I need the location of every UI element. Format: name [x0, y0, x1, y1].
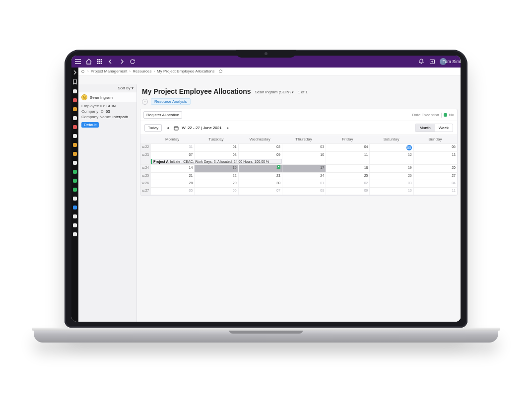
- svg-rect-2: [101, 59, 103, 61]
- rail-expand-icon[interactable]: [73, 70, 77, 74]
- rail-item[interactable]: [73, 179, 77, 183]
- rail-item[interactable]: [73, 152, 77, 156]
- calendar-cell[interactable]: 02: [238, 144, 282, 151]
- register-allocation-button[interactable]: Register Allocation: [143, 111, 182, 119]
- calendar-cell[interactable]: 28: [150, 180, 194, 187]
- calendar-cell[interactable]: 13: [413, 152, 457, 164]
- employee-name: Sean Ingram: [90, 95, 113, 100]
- resource-analysis-chip[interactable]: Resource Analysis: [151, 98, 191, 105]
- rail-item[interactable]: [73, 125, 77, 129]
- calendar-cell[interactable]: 04: [413, 180, 457, 187]
- date-range-label: W. 22 - 27 | June 2021: [182, 126, 221, 130]
- calendar-cell[interactable]: 21: [150, 173, 194, 180]
- legend-label: No: [449, 113, 454, 117]
- rail-item[interactable]: [73, 206, 77, 209]
- calendar-cell[interactable]: 18: [326, 165, 369, 172]
- calendar-cell[interactable]: 19: [369, 165, 413, 172]
- calendar-cell[interactable]: 05: [369, 144, 413, 151]
- rail-item[interactable]: [73, 134, 77, 138]
- calendar-cell[interactable]: 09: [326, 188, 369, 195]
- calendar-cell[interactable]: 11: [413, 188, 457, 195]
- collapse-icon[interactable]: «: [142, 99, 148, 105]
- calendar-cell[interactable]: 04: [326, 144, 369, 151]
- svg-rect-7: [99, 63, 101, 65]
- calendar-cell[interactable]: 08: [282, 188, 326, 195]
- rail-item[interactable]: [73, 143, 77, 147]
- allocation-bar[interactable]: Project AInitiate - CEAC; Work Days: 3; …: [150, 159, 282, 164]
- rail-item[interactable]: [73, 197, 77, 201]
- bell-icon[interactable]: [418, 58, 425, 65]
- rail-item[interactable]: [73, 188, 77, 192]
- rail-item[interactable]: [73, 116, 77, 120]
- date-picker-icon[interactable]: [174, 126, 179, 131]
- bookmark-icon[interactable]: [73, 79, 77, 84]
- view-month[interactable]: Month: [415, 124, 434, 132]
- calendar-cell[interactable]: 01: [194, 144, 238, 151]
- calendar-cell[interactable]: 06: [194, 188, 238, 195]
- calendar-cell[interactable]: 24: [282, 173, 326, 180]
- rail-item[interactable]: [73, 98, 77, 102]
- rail-item[interactable]: [73, 161, 77, 165]
- rail-item[interactable]: [73, 89, 77, 93]
- calendar-cell[interactable]: 05: [150, 188, 194, 195]
- today-button[interactable]: Today: [144, 124, 162, 132]
- record-list-item[interactable]: M Sean Ingram: [78, 92, 136, 102]
- calendar-cell[interactable]: 03: [369, 180, 413, 187]
- calendar-cell[interactable]: 27: [413, 173, 457, 180]
- breadcrumb-item[interactable]: My Project Employee Allocations: [157, 69, 214, 73]
- calendar-cell[interactable]: 11: [326, 152, 369, 164]
- record-selector-icon[interactable]: [81, 70, 84, 73]
- nav-forward-icon[interactable]: [118, 58, 125, 65]
- calendar-cell[interactable]: 07: [238, 188, 282, 195]
- apps-icon[interactable]: [96, 58, 103, 65]
- svg-rect-4: [99, 61, 101, 63]
- calendar-cell[interactable]: 17: [282, 165, 326, 172]
- menu-icon[interactable]: [74, 58, 81, 65]
- calendar-grid: MondayTuesdayWednesdayThursdayFridaySatu…: [140, 135, 457, 195]
- svg-rect-6: [97, 63, 99, 65]
- calendar-cell[interactable]: 03: [282, 144, 326, 151]
- view-week[interactable]: Week: [435, 124, 453, 132]
- sort-by-dropdown[interactable]: Sort by ▾: [118, 86, 133, 90]
- rail-item[interactable]: [73, 214, 77, 218]
- next-range-icon[interactable]: ▸: [225, 126, 231, 130]
- user-name[interactable]: Tom Simkin: [451, 58, 458, 65]
- refresh-icon[interactable]: [129, 58, 136, 65]
- day-header: Saturday: [369, 135, 413, 143]
- calendar-cell[interactable]: 16: [238, 165, 282, 172]
- breadcrumb-item[interactable]: Project Management: [91, 69, 128, 73]
- day-header: Thursday: [282, 135, 326, 143]
- calendar-cell[interactable]: 23: [238, 173, 282, 180]
- calendar-cell[interactable]: 02: [326, 180, 369, 187]
- home-icon[interactable]: [85, 58, 92, 65]
- calendar-cell[interactable]: 10: [282, 152, 326, 164]
- calendar-cell[interactable]: 01: [282, 180, 326, 187]
- rail-item[interactable]: [73, 223, 77, 227]
- breadcrumb-item[interactable]: Resources: [133, 69, 151, 73]
- calendar-cell[interactable]: 31: [150, 144, 194, 151]
- calendar-cell[interactable]: 29: [194, 180, 238, 187]
- breadcrumb-refresh-icon[interactable]: [218, 69, 223, 73]
- calendar-cell[interactable]: 12: [369, 152, 413, 164]
- calendar-cell[interactable]: 30: [238, 180, 282, 187]
- calendar-cell[interactable]: 06: [413, 144, 457, 151]
- nav-back-icon[interactable]: [107, 58, 114, 65]
- laptop-notch: [236, 50, 296, 58]
- calendar-cell[interactable]: 14: [150, 165, 194, 172]
- prev-range-icon[interactable]: ◂: [165, 126, 171, 130]
- rail-item[interactable]: [73, 232, 77, 236]
- allocation-flag-icon[interactable]: [277, 165, 280, 169]
- calendar-panel: Register Allocation Date Exception No To…: [140, 109, 458, 196]
- calendar-cell[interactable]: 10: [369, 188, 413, 195]
- day-header: Tuesday: [194, 135, 238, 143]
- calendar-cell[interactable]: 26: [369, 173, 413, 180]
- rail-item[interactable]: [73, 107, 77, 111]
- calendar-cell[interactable]: 15: [194, 165, 238, 172]
- context-selector[interactable]: Sean Ingram (SEIN) ▾: [255, 90, 294, 94]
- svg-rect-10: [174, 127, 178, 130]
- calendar-cell[interactable]: 20: [413, 165, 457, 172]
- calendar-plus-icon[interactable]: [429, 58, 436, 65]
- calendar-cell[interactable]: 25: [326, 173, 369, 180]
- rail-item[interactable]: [73, 170, 77, 174]
- calendar-cell[interactable]: 22: [194, 173, 238, 180]
